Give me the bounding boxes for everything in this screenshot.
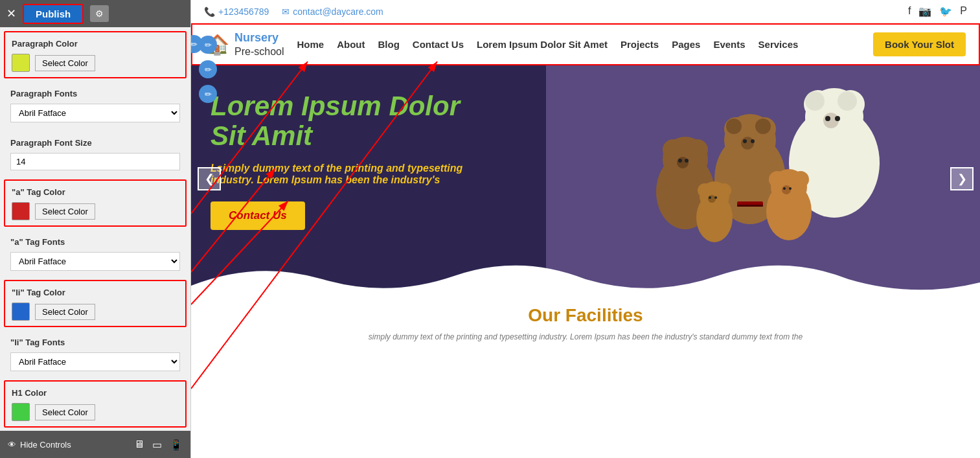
li-tag-fonts-title: "li" Tag Fonts <box>10 338 180 347</box>
email-info: ✉ contact@daycare.com <box>282 6 383 17</box>
svg-point-31 <box>782 185 791 194</box>
hero-next-button[interactable]: ❯ <box>950 167 974 190</box>
hero-prev-button[interactable]: ❮ <box>198 167 221 190</box>
nav-item-about[interactable]: About <box>337 36 365 52</box>
svg-point-33 <box>789 187 792 190</box>
h1-color-button[interactable]: Select Color <box>35 404 95 420</box>
nav-item-projects[interactable]: Projects <box>621 36 659 52</box>
svg-point-32 <box>783 187 786 190</box>
logo-nursery: Nursery <box>234 31 284 45</box>
close-button[interactable]: ✕ <box>6 6 16 21</box>
a-tag-fonts-section: "a" Tag Fonts Abril Fatface Arial Georgi… <box>4 231 187 276</box>
svg-point-17 <box>751 139 755 143</box>
side-edit-icon-3[interactable]: ✏ <box>199 85 217 103</box>
paragraph-font-size-section: Paragraph Font Size <box>4 132 187 176</box>
svg-point-5 <box>838 91 857 111</box>
logo-area: ✏ 🏠 Nursery Pre-school <box>205 31 284 58</box>
svg-point-7 <box>825 116 830 121</box>
nav-menu: Home About Blog Contact Us Lorem Ipsum D… <box>297 36 873 52</box>
paragraph-font-size-title: Paragraph Font Size <box>10 138 180 148</box>
email-icon: ✉ <box>282 6 290 17</box>
nav-item-home[interactable]: Home <box>297 36 324 52</box>
svg-point-16 <box>743 139 747 143</box>
cloud-bottom <box>191 247 980 292</box>
hero-subtitle: Lsimply dummy text of the printing and t… <box>211 163 496 186</box>
li-tag-color-button[interactable]: Select Color <box>35 304 95 320</box>
pinterest-icon[interactable]: P <box>960 5 967 17</box>
h1-color-section: H1 Color Select Color <box>4 380 187 428</box>
a-tag-fonts-select[interactable]: Abril Fatface Arial Georgia <box>10 252 180 271</box>
svg-point-15 <box>741 137 754 150</box>
book-slot-button[interactable]: Book Your Slot <box>873 32 966 56</box>
svg-point-14 <box>755 119 771 134</box>
li-tag-fonts-section: "li" Tag Fonts Abril Fatface Arial Georg… <box>4 331 187 376</box>
preview-area: ✏ ✏ ✏ 📞 +123456789 ✉ contact@daycare.com… <box>191 0 980 458</box>
hero-bears-image <box>601 85 925 273</box>
hide-controls-button[interactable]: 👁 Hide Controls <box>8 440 71 450</box>
twitter-icon[interactable]: 🐦 <box>939 5 952 17</box>
logo-preschool: Pre-school <box>234 45 284 58</box>
bottom-bar: 👁 Hide Controls 🖥 ▭ 📱 <box>0 431 190 458</box>
nav-item-blog[interactable]: Blog <box>378 36 400 52</box>
phone-info: 📞 +123456789 <box>204 6 269 17</box>
paragraph-color-button[interactable]: Select Color <box>35 55 95 71</box>
tablet-icon[interactable]: ▭ <box>152 439 162 451</box>
a-tag-fonts-title: "a" Tag Fonts <box>10 237 180 247</box>
svg-rect-26 <box>737 205 763 207</box>
nav-item-events[interactable]: Events <box>713 36 745 52</box>
left-panel: ✕ Publish ⚙ Paragraph Color Select Color… <box>0 0 191 458</box>
h1-color-swatch <box>12 403 30 421</box>
svg-point-23 <box>678 159 682 163</box>
side-edit-icon-2[interactable]: ✏ <box>199 60 217 78</box>
li-tag-fonts-select[interactable]: Abril Fatface Arial Georgia <box>10 352 180 371</box>
nav-item-services[interactable]: Services <box>758 36 799 52</box>
facilities-subtitle: simply dummy text of the printing and ty… <box>204 332 967 341</box>
paragraph-fonts-section: Paragraph Fonts Abril Fatface Arial Geor… <box>4 82 187 128</box>
nav-item-contact[interactable]: Contact Us <box>413 36 464 52</box>
facilities-title: Our Facilities <box>204 305 967 326</box>
a-tag-color-title: "a" Tag Color <box>12 187 179 197</box>
desktop-icon[interactable]: 🖥 <box>134 439 144 451</box>
facebook-icon[interactable]: f <box>908 5 911 17</box>
panel-scroll: Paragraph Color Select Color Paragraph F… <box>0 27 190 431</box>
paragraph-color-title: Paragraph Color <box>12 39 179 49</box>
social-icons: f 📷 🐦 P <box>908 5 967 17</box>
top-bar: ✕ Publish ⚙ <box>0 0 190 27</box>
publish-button[interactable]: Publish <box>23 4 84 24</box>
gear-button[interactable]: ⚙ <box>90 5 109 22</box>
hero-title: Lorem Ipsum Dolor Sit Amit <box>211 91 496 151</box>
svg-point-4 <box>805 91 825 111</box>
li-tag-color-swatch <box>12 303 30 321</box>
nav-item-pages[interactable]: Pages <box>672 36 700 52</box>
li-tag-color-section: "li" Tag Color Select Color <box>4 280 187 327</box>
h1-color-title: H1 Color <box>12 388 179 398</box>
side-edit-icons: ✏ ✏ ✏ <box>199 36 217 103</box>
svg-point-22 <box>677 157 689 168</box>
instagram-icon[interactable]: 📷 <box>918 5 931 17</box>
phone-icon: 📞 <box>204 6 215 17</box>
svg-point-21 <box>687 139 708 160</box>
li-tag-color-title: "li" Tag Color <box>12 288 179 297</box>
site-header-top: 📞 +123456789 ✉ contact@daycare.com f 📷 🐦… <box>191 0 980 23</box>
svg-point-36 <box>698 183 712 198</box>
paragraph-color-swatch <box>12 54 30 72</box>
svg-point-20 <box>663 139 683 160</box>
paragraph-fonts-select[interactable]: Abril Fatface Arial Georgia <box>10 104 180 122</box>
svg-point-24 <box>685 159 689 163</box>
a-tag-color-button[interactable]: Select Color <box>35 203 95 220</box>
svg-point-38 <box>708 195 716 203</box>
side-edit-icon-1[interactable]: ✏ <box>199 36 217 54</box>
eye-icon: 👁 <box>8 440 16 450</box>
nav-item-lorem[interactable]: Lorem Ipsum Dolor Sit Amet <box>477 36 608 52</box>
paragraph-fonts-title: Paragraph Fonts <box>10 89 180 98</box>
svg-point-8 <box>835 116 840 121</box>
paragraph-font-size-input[interactable] <box>10 153 180 170</box>
hero-section: ❮ Lorem Ipsum Dolor Sit Amit Lsimply dum… <box>191 65 980 292</box>
a-tag-color-section: "a" Tag Color Select Color <box>4 179 187 227</box>
svg-point-30 <box>792 171 809 188</box>
hero-cta-button[interactable]: Contact Us <box>211 201 305 230</box>
facilities-section: Our Facilities simply dummy text of the … <box>191 292 980 354</box>
mobile-icon[interactable]: 📱 <box>170 439 183 451</box>
email-address: contact@daycare.com <box>293 6 383 17</box>
svg-point-40 <box>714 196 717 199</box>
